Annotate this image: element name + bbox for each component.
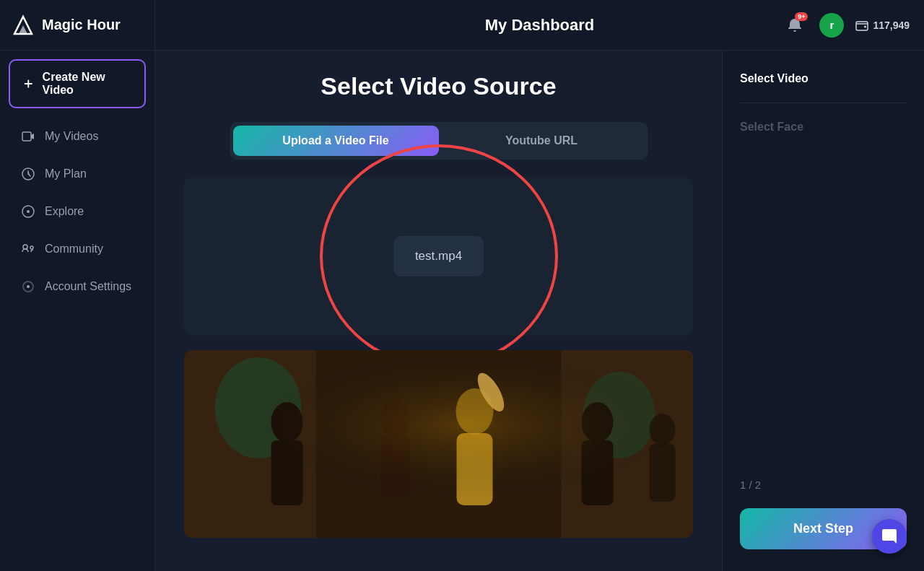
logo-icon (12, 14, 35, 37)
svg-point-6 (23, 245, 27, 249)
videos-icon (20, 128, 36, 144)
user-avatar[interactable]: r (819, 13, 844, 38)
notification-badge: 9+ (795, 12, 808, 21)
step-counter: 1 / 2 (740, 479, 907, 491)
svg-rect-26 (184, 350, 693, 538)
step-divider (740, 103, 907, 103)
sidebar-item-explore[interactable]: Explore (6, 193, 149, 230)
upload-drop-area[interactable]: test.mp4 (184, 177, 693, 336)
tab-upload-video[interactable]: Upload a Video File (233, 126, 439, 156)
chat-button[interactable] (872, 519, 907, 554)
settings-icon (20, 279, 36, 295)
sidebar-item-account-settings[interactable]: Account Settings (6, 269, 149, 305)
sidebar-nav: My Videos My Plan Explore (0, 117, 154, 306)
sidebar-item-community[interactable]: Community (6, 231, 149, 267)
tab-youtube-url[interactable]: Youtube URL (439, 126, 645, 156)
video-thumbnail (184, 350, 693, 538)
source-tabs: Upload a Video File Youtube URL (230, 122, 648, 160)
notifications-button[interactable]: 9+ (782, 12, 808, 38)
sidebar-item-my-videos[interactable]: My Videos (6, 118, 149, 154)
wallet-icon (855, 19, 868, 32)
topbar: My Dashboard 9+ r 117,949 (155, 0, 924, 51)
chat-icon (881, 528, 898, 545)
logo-text: Magic Hour (42, 17, 121, 33)
create-new-video-button[interactable]: Create New Video (9, 59, 146, 108)
explore-icon (20, 204, 36, 219)
svg-rect-2 (22, 132, 31, 141)
topbar-right: 9+ r 117,949 (782, 12, 910, 38)
main-content: Select Video Source Upload a Video File … (155, 51, 722, 571)
right-panel: Select Video Select Face 1 / 2 Next Step (722, 51, 924, 571)
video-preview (184, 350, 693, 538)
logo-area: Magic Hour (0, 0, 154, 51)
plus-icon (22, 77, 35, 91)
sidebar: Magic Hour Create New Video My Videos (0, 0, 155, 571)
main-wrapper: Select Video Source Upload a Video File … (155, 51, 924, 571)
page-title: My Dashboard (485, 16, 595, 35)
credits-display: 117,949 (855, 19, 910, 32)
section-title: Select Video Source (184, 72, 693, 100)
svg-point-9 (864, 25, 866, 27)
file-name-display: test.mp4 (393, 236, 484, 276)
svg-marker-1 (19, 25, 27, 34)
sidebar-item-my-plan[interactable]: My Plan (6, 156, 149, 192)
step-select-face: Select Face (740, 121, 907, 134)
svg-point-7 (30, 246, 33, 249)
step-select-video: Select Video (740, 72, 907, 85)
crowd-svg (184, 350, 693, 538)
svg-point-5 (27, 210, 30, 213)
plan-icon (20, 166, 36, 182)
community-icon (20, 241, 36, 257)
